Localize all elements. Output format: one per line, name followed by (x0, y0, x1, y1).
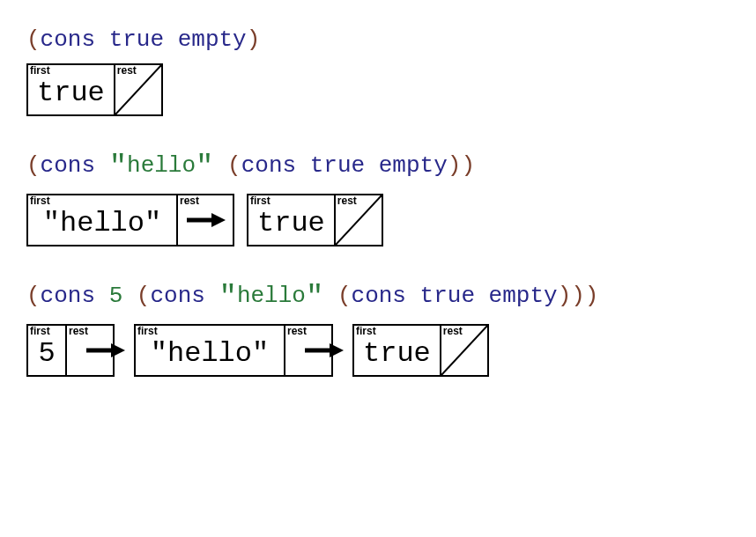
ident-true: true (310, 152, 365, 179)
first-value: "hello" (43, 207, 161, 239)
ident-cons: cons (41, 26, 95, 53)
first-value: 5 (38, 337, 55, 370)
example-3: (cons 5 (cons "hello" (cons true empty))… (26, 280, 730, 377)
first-box: first "hello" (28, 195, 178, 245)
cons-cell: first "hello" rest (26, 194, 234, 246)
cell-row: first 5 rest first "hello" rest first (26, 324, 730, 377)
ident-true: true (109, 26, 164, 53)
ident-empty: empty (379, 152, 448, 179)
string-hello: hello (237, 283, 306, 309)
cons-cell: first true rest (26, 63, 163, 116)
code-line: (cons "hello" (cons true empty)) (26, 150, 730, 183)
rest-box-empty: rest (115, 65, 161, 114)
rest-box-arrow: rest (285, 326, 331, 375)
paren-open: ( (137, 283, 151, 309)
rest-box-arrow: rest (67, 326, 113, 375)
cons-cell: first true rest (352, 324, 489, 377)
ident-cons: cons (41, 152, 95, 179)
number-five: 5 (109, 283, 123, 309)
empty-slash-icon (336, 195, 382, 245)
svg-line-0 (115, 65, 161, 114)
paren-close: ) (461, 152, 475, 179)
first-box: first true (354, 326, 441, 375)
empty-slash-icon (115, 65, 161, 114)
ident-empty: empty (489, 283, 558, 309)
paren-close: ) (571, 283, 585, 309)
first-box: first true (248, 195, 336, 245)
quote-open: " (109, 150, 127, 183)
rest-label: rest (69, 326, 88, 336)
quote-close: " (306, 280, 323, 313)
first-box: first "hello" (136, 326, 285, 375)
svg-marker-5 (111, 343, 125, 357)
example-1: (cons true empty) first true rest (26, 26, 730, 116)
first-box: first 5 (28, 326, 67, 375)
paren-close: ) (585, 283, 599, 309)
first-label: first (30, 195, 50, 206)
cons-cell: first "hello" rest (134, 324, 333, 377)
first-value: true (257, 207, 325, 239)
first-label: first (137, 326, 158, 336)
cons-cell: first true rest (247, 194, 383, 246)
svg-marker-7 (330, 343, 344, 357)
ident-cons: cons (241, 152, 296, 179)
paren-open: ( (26, 283, 41, 309)
arrow-icon (185, 211, 226, 229)
rest-label: rest (287, 326, 307, 336)
paren-open: ( (26, 26, 41, 53)
ident-true: true (420, 283, 475, 309)
paren-open: ( (337, 283, 352, 309)
first-value: true (37, 77, 105, 109)
cell-row: first "hello" rest first true rest (26, 194, 730, 246)
cell-row: first true rest (26, 63, 730, 116)
paren-close: ) (558, 283, 572, 309)
cons-cell: first 5 rest (26, 324, 115, 377)
paren-close: ) (247, 26, 261, 53)
first-value: true (363, 337, 431, 370)
svg-line-8 (441, 326, 487, 375)
paren-open: ( (26, 152, 41, 179)
first-label: first (30, 326, 50, 336)
rest-label: rest (180, 195, 199, 206)
svg-line-3 (336, 195, 382, 245)
ident-empty: empty (178, 26, 247, 53)
paren-open: ( (227, 152, 241, 179)
code-line: (cons 5 (cons "hello" (cons true empty))… (26, 280, 730, 313)
quote-open: " (219, 280, 237, 313)
quote-close: " (196, 150, 213, 183)
example-2: (cons "hello" (cons true empty)) first "… (26, 150, 730, 246)
empty-slash-icon (441, 326, 487, 375)
paren-close: ) (448, 152, 462, 179)
string-hello: hello (127, 152, 196, 179)
rest-box-empty: rest (441, 326, 487, 375)
first-value: "hello" (151, 337, 269, 370)
first-label: first (356, 326, 376, 336)
first-label: first (30, 65, 50, 76)
ident-cons: cons (352, 283, 406, 309)
ident-cons: cons (150, 283, 204, 309)
first-box: first true (28, 65, 115, 114)
svg-marker-2 (211, 213, 226, 227)
rest-box-empty: rest (336, 195, 382, 245)
ident-cons: cons (41, 283, 95, 309)
first-label: first (250, 195, 271, 206)
rest-box-arrow: rest (178, 195, 233, 245)
code-line: (cons true empty) (26, 26, 730, 53)
